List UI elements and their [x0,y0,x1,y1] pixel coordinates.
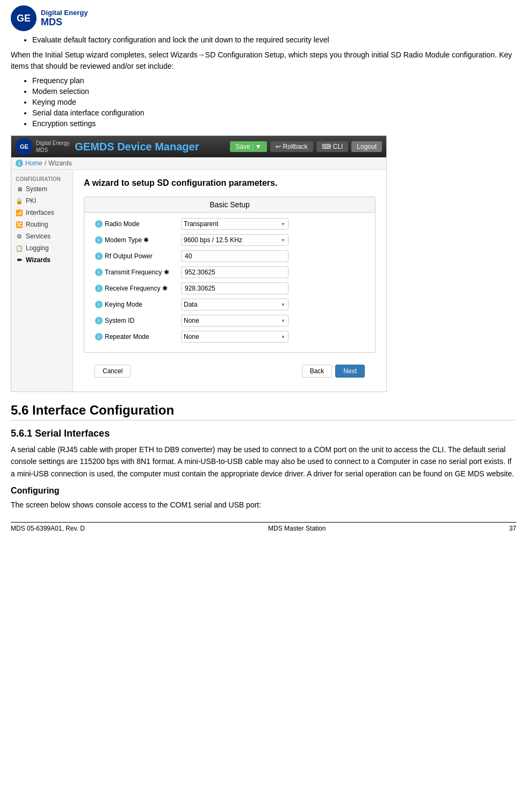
sidebar-icon: 📶 [16,209,23,216]
form-row: iRadio ModeTransparent [95,218,364,230]
breadcrumb: i Home / Wizards [11,157,386,170]
sidebar-item-routing[interactable]: 🔀Routing [11,219,73,230]
footer-right: 37 [509,525,516,532]
gemds-logo: GE Digital Energy MDS [16,138,69,155]
back-button[interactable]: Back [302,365,333,378]
logo-text: Digital Energy MDS [41,9,88,28]
sidebar-item-logging[interactable]: 📋Logging [11,242,73,254]
page-footer: MDS 05-6399A01, Rev. D MDS Master Statio… [11,522,516,534]
form-label: iRf Output Power [95,252,181,260]
sidebar-label: Logging [26,244,49,252]
sidebar-item-pki[interactable]: 🔒PKI [11,195,73,207]
form-row: iSystem IDNone [95,315,364,327]
sidebar-icon: ⚙ [16,233,23,240]
rollback-button[interactable]: ↩ Rollback [270,141,313,152]
bullet-list: Frequency planModem selectionKeying mode… [32,76,516,128]
sidebar-icon: 🔒 [16,198,23,205]
form-row: iModem Type ✱9600 bps / 12.5 KHz [95,234,364,246]
form-select-keying-mode[interactable]: Data [181,299,288,310]
cli-label: CLI [333,143,343,150]
form-label: iModem Type ✱ [95,236,181,244]
form-label: iRadio Mode [95,220,181,228]
form-row: iKeying ModeData [95,299,364,310]
cli-button[interactable]: ⌨ CLI [316,141,349,152]
main-layout: CONFIGURATION 🖥System🔒PKI📶Interfaces🔀Rou… [11,170,386,392]
form-select-radio-mode[interactable]: Transparent [181,218,288,230]
bullet-item: Encryption settings [32,119,516,128]
form-input-rf-output-power[interactable] [181,250,288,262]
logo-line1: Digital Energy [41,9,88,17]
form-select-modem-type--[interactable]: 9600 bps / 12.5 KHz [181,234,288,246]
sidebar-icon: ✏ [16,257,23,264]
cli-icon: ⌨ [322,143,331,150]
sidebar-item-interfaces[interactable]: 📶Interfaces [11,207,73,219]
sidebar-item-system[interactable]: 🖥System [11,183,73,195]
bullet-item: Modem selection [32,87,516,96]
sidebar-label: Routing [26,221,48,228]
info-icon: i [16,160,23,167]
next-button[interactable]: Next [335,365,365,378]
paragraph1: When the Initial Setup wizard completes,… [11,49,516,72]
gemds-logo-circle: GE [16,138,33,155]
form-input-transmit-frequency--[interactable] [181,266,288,278]
form-label: iReceive Frequency ✱ [95,285,181,292]
sidebar-icon: 🖥 [16,186,23,192]
save-label: Save [235,143,250,150]
form-label: iTransmit Frequency ✱ [95,269,181,276]
info-badge: i [95,317,103,324]
sidebar-icon: 🔀 [16,221,23,228]
sidebar-label: Wizards [26,256,50,264]
footer-center: MDS Master Station [268,525,326,532]
info-badge: i [95,301,103,308]
logout-label: Logout [357,143,377,150]
breadcrumb-sep: / [45,160,46,167]
intro-bullets: Evaluate default factory configuration a… [11,35,516,128]
logout-button[interactable]: Logout [351,141,382,152]
serial-interfaces-text: A serial cable (RJ45 cable with proper E… [11,444,516,480]
form-select-repeater-mode[interactable]: None [181,331,288,343]
form-input-receive-frequency--[interactable] [181,282,288,294]
info-badge: i [95,269,103,276]
sidebar-item-services[interactable]: ⚙Services [11,230,73,242]
gemds-title: GEMDS Device Manager [75,141,227,153]
info-badge: i [95,252,103,260]
bullet-item: Evaluate default factory configuration a… [32,35,516,44]
sidebar-label: System [26,185,47,193]
configuring-text: The screen below shows console access to… [11,499,516,511]
cancel-button[interactable]: Cancel [95,365,131,378]
sidebar-label: PKI [26,197,36,205]
form-label: iRepeater Mode [95,333,181,340]
sidebar-item-wizards[interactable]: ✏Wizards [11,254,73,266]
bottom-buttons: Cancel Back Next [84,359,376,383]
configuring-heading: Configuring [11,486,516,496]
info-badge: i [95,220,103,228]
section-header: Basic Setup [84,197,375,213]
form-fields: iRadio ModeTransparentiModem Type ✱9600 … [84,213,375,352]
rollback-icon: ↩ [276,143,281,150]
info-badge: i [95,333,103,340]
bullet-item: Keying mode [32,98,516,106]
rollback-label: Rollback [283,143,308,150]
breadcrumb-home[interactable]: Home [25,160,42,167]
wizard-section-box: Basic Setup iRadio ModeTransparentiModem… [84,197,376,353]
sidebar-label: Interfaces [26,209,54,216]
form-select-system-id[interactable]: None [181,315,288,327]
screenshot-box: GE Digital Energy MDS GEMDS Device Manag… [11,135,387,392]
form-label: iSystem ID [95,317,181,324]
form-row: iReceive Frequency ✱ [95,282,364,294]
breadcrumb-wizards: Wizards [48,160,71,167]
page-logo: GE Digital Energy MDS [11,5,516,31]
content-area: A wizard to setup SD configuration param… [73,170,386,392]
sidebar-section-label: CONFIGURATION [11,174,73,183]
save-dropdown-icon[interactable]: ▼ [252,143,262,150]
bullet-item: Serial data interface configuration [32,108,516,117]
sidebar-icon: 📋 [16,245,23,252]
save-button[interactable]: Save ▼ [230,141,266,152]
sidebar-label: Services [26,233,50,240]
info-badge: i [95,285,103,292]
section-5-6-1-heading: 5.6.1 Serial Interfaces [11,428,516,439]
gemds-logo-text: Digital Energy MDS [36,140,69,154]
gemds-header: GE Digital Energy MDS GEMDS Device Manag… [11,136,386,157]
footer-left: MDS 05-6399A01, Rev. D [11,525,85,532]
form-row: iRf Output Power [95,250,364,262]
